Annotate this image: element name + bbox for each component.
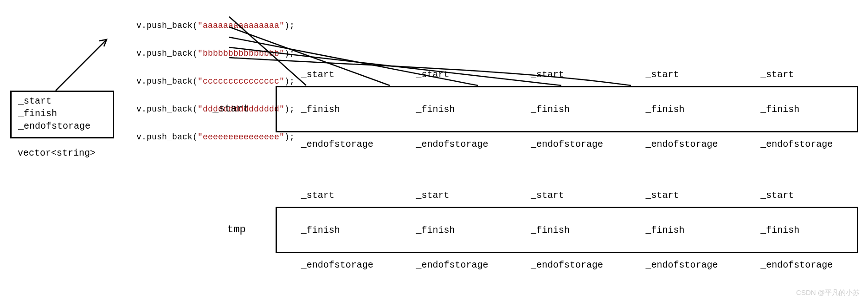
string-element-5: _start _finish _endofstorage xyxy=(760,46,833,173)
code-line-4: v.push_back("ddddddddddddddd"); xyxy=(116,95,295,123)
code-prefix: v.push_back( xyxy=(136,77,198,86)
code-suffix: ); xyxy=(284,132,295,142)
code-prefix: v.push_back( xyxy=(136,105,198,114)
elem-line-finish: _finish xyxy=(760,224,833,236)
csdn-watermark: CSDN @平凡的小苏 xyxy=(796,288,860,297)
elem-line-endofstorage: _endofstorage xyxy=(646,259,718,271)
code-suffix: ); xyxy=(284,77,295,86)
elem-line-start: _start xyxy=(760,190,833,201)
row2-label: tmp xyxy=(227,224,246,236)
elem-line-endofstorage: _endofstorage xyxy=(416,138,488,150)
elem-line-finish: _finish xyxy=(646,104,718,115)
vector-caption: vector<string> xyxy=(18,148,96,158)
elem-line-endofstorage: _endofstorage xyxy=(416,259,488,271)
vector-struct-line-finish: _finish xyxy=(18,107,106,120)
elem-line-start: _start xyxy=(531,69,603,80)
elem-line-endofstorage: _endofstorage xyxy=(760,138,833,150)
elem-line-finish: _finish xyxy=(646,224,718,236)
elem-line-start: _start xyxy=(301,190,373,201)
elem-line-start: _start xyxy=(531,190,603,201)
elem-line-finish: _finish xyxy=(301,104,373,115)
code-prefix: v.push_back( xyxy=(136,21,198,30)
row1-label: _start xyxy=(212,103,249,115)
code-prefix: v.push_back( xyxy=(136,132,198,142)
string-element-4: _start _finish _endofstorage xyxy=(646,46,718,173)
string-element-5: _start _finish _endofstorage xyxy=(760,166,833,294)
elem-line-finish: _finish xyxy=(416,104,488,115)
elem-line-endofstorage: _endofstorage xyxy=(646,138,718,150)
code-string: "ccccccccccccccc" xyxy=(198,77,284,86)
start-storage-row: _start _finish _endofstorage _start _fin… xyxy=(276,86,858,132)
vector-struct-line-endofstorage: _endofstorage xyxy=(18,120,106,132)
tmp-storage-row: _start _finish _endofstorage _start _fin… xyxy=(276,207,858,253)
code-suffix: ); xyxy=(284,21,295,30)
code-string: "eeeeeeeeeeeeeee" xyxy=(198,132,284,142)
elem-line-start: _start xyxy=(416,69,488,80)
elem-line-start: _start xyxy=(760,69,833,80)
elem-line-endofstorage: _endofstorage xyxy=(531,138,603,150)
code-line-3: v.push_back("ccccccccccccccc"); xyxy=(116,67,295,95)
elem-line-finish: _finish xyxy=(760,104,833,115)
string-element-3: _start _finish _endofstorage xyxy=(531,46,603,173)
vector-struct-line-start: _start xyxy=(18,95,106,107)
string-element-1: _start _finish _endofstorage xyxy=(301,166,373,294)
code-line-5: v.push_back("eeeeeeeeeeeeeee"); xyxy=(116,123,295,151)
elem-line-finish: _finish xyxy=(531,104,603,115)
svg-line-0 xyxy=(56,39,107,91)
string-element-4: _start _finish _endofstorage xyxy=(646,166,718,294)
elem-line-finish: _finish xyxy=(531,224,603,236)
vector-struct-box: _start _finish _endofstorage xyxy=(10,91,114,138)
string-element-2: _start _finish _endofstorage xyxy=(416,166,488,294)
code-line-1: v.push_back("aaaaaaaaaaaaaaa"); xyxy=(116,12,295,39)
elem-line-finish: _finish xyxy=(301,224,373,236)
arrow-vector-to-code xyxy=(56,39,107,91)
string-element-3: _start _finish _endofstorage xyxy=(531,166,603,294)
elem-line-finish: _finish xyxy=(416,224,488,236)
string-element-2: _start _finish _endofstorage xyxy=(416,46,488,173)
elem-line-endofstorage: _endofstorage xyxy=(301,138,373,150)
code-suffix: ); xyxy=(284,49,295,58)
code-string: "bbbbbbbbbbbbbbb" xyxy=(198,49,284,58)
code-block: v.push_back("aaaaaaaaaaaaaaa"); v.push_b… xyxy=(116,12,295,151)
code-line-2: v.push_back("bbbbbbbbbbbbbbb"); xyxy=(116,39,295,67)
elem-line-endofstorage: _endofstorage xyxy=(760,259,833,271)
code-prefix: v.push_back( xyxy=(136,49,198,58)
elem-line-start: _start xyxy=(646,69,718,80)
elem-line-endofstorage: _endofstorage xyxy=(301,259,373,271)
string-element-1: _start _finish _endofstorage xyxy=(301,46,373,173)
code-string: "aaaaaaaaaaaaaaa" xyxy=(198,21,284,30)
elem-line-start: _start xyxy=(301,69,373,80)
elem-line-endofstorage: _endofstorage xyxy=(531,259,603,271)
elem-line-start: _start xyxy=(416,190,488,201)
elem-line-start: _start xyxy=(646,190,718,201)
